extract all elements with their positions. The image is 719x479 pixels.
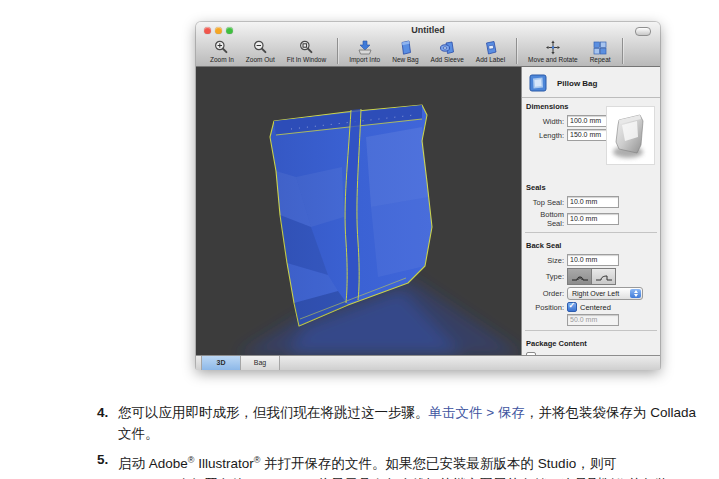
3d-viewport[interactable]: [196, 67, 521, 355]
text-segment: Illustrator: [194, 456, 253, 471]
pillow-bag-icon: [529, 74, 547, 92]
toolbar-toggle-pill[interactable]: [635, 27, 651, 36]
add-sleeve-icon: [439, 40, 455, 55]
window-title: Untitled: [196, 22, 660, 38]
position-offset-row: 50.0 mm: [522, 314, 660, 326]
width-label: Width:: [522, 117, 564, 126]
centered-checkbox-label: Centered: [580, 303, 611, 312]
tab-3d[interactable]: 3D: [201, 356, 241, 370]
app-window: Untitled Zoom In Zoom Out Fit In: [196, 22, 660, 369]
add-label-button[interactable]: Add Label: [476, 40, 505, 63]
package-content-heading: Package Content: [522, 335, 660, 350]
back-seal-size-row: Size: 10.0 mm: [522, 254, 660, 266]
panel-title: Pillow Bag: [557, 79, 597, 88]
zoom-in-button[interactable]: Zoom In: [210, 40, 234, 63]
list-item-5: 5. 启动 Adobe® Illustrator® 并打开保存的文件。如果您已安…: [97, 449, 696, 479]
back-seal-position-row: Position: Centered: [522, 302, 660, 312]
toolbar-item-label: Add Sleeve: [431, 56, 464, 63]
move-and-rotate-icon: [545, 40, 561, 55]
order-dropdown-value: Right Over Left: [572, 290, 619, 297]
toolbar-separator: [337, 38, 338, 64]
back-seal-size-input[interactable]: 10.0 mm: [567, 254, 619, 266]
fit-in-window-icon: [299, 40, 314, 55]
order-label: Order:: [522, 289, 564, 298]
bag-preview-thumbnail: [606, 106, 655, 165]
length-label: Length:: [522, 131, 564, 140]
view-tab-bar: 3D Bag: [196, 355, 660, 370]
size-label: Size:: [522, 256, 564, 265]
top-seal-input[interactable]: 10.0 mm: [567, 196, 619, 208]
zoom-out-icon: [253, 40, 268, 55]
back-seal-order-row: Order: Right Over Left: [522, 287, 660, 300]
centered-checkbox[interactable]: [567, 302, 577, 312]
parameters-panel: Pillow Bag Dimensions Width: 100.0 mm Le…: [521, 67, 660, 355]
toolbar-item-label: Repeat: [590, 56, 611, 63]
text-line: 启动 Adobe® Illustrator® 并打开保存的文件。如果您已安装最新…: [118, 456, 617, 471]
window-chrome: Untitled Zoom In Zoom Out Fit In: [196, 22, 660, 67]
import-into-icon: [357, 40, 373, 55]
close-button[interactable]: [204, 27, 211, 34]
add-sleeve-button[interactable]: Add Sleeve: [431, 40, 464, 63]
list-number: 4.: [97, 402, 118, 444]
list-item-text: 您可以应用即时成形，但我们现在将跳过这一步骤。单击文件 > 保存，并将包装袋保存…: [118, 402, 696, 444]
toolbar-item-label: Import Into: [349, 56, 380, 63]
bottom-seal-input[interactable]: 10.0 mm: [567, 213, 619, 225]
toolbar-separator: [622, 38, 623, 64]
fin-seal-icon: [571, 272, 589, 282]
instruction-list: 4. 您可以应用即时成形，但我们现在将跳过这一步骤。单击文件 > 保存，并将包装…: [97, 402, 696, 479]
toolbar: Zoom In Zoom Out Fit In Window Impor: [196, 37, 660, 65]
toolbar-separator: [516, 38, 517, 64]
divider: [525, 330, 657, 331]
zoom-out-button[interactable]: Zoom Out: [246, 40, 275, 63]
list-number: 5.: [97, 449, 118, 479]
traffic-lights: [204, 27, 233, 34]
toolbar-item-label: Fit In Window: [287, 56, 326, 63]
zoom-button[interactable]: [226, 27, 233, 34]
text-segment: 启动 Adobe: [118, 456, 188, 471]
window-content: Pillow Bag Dimensions Width: 100.0 mm Le…: [196, 67, 660, 355]
add-object-label: Add object: [539, 353, 578, 356]
seal-type-fin-button[interactable]: [567, 268, 592, 285]
type-label: Type:: [522, 272, 564, 281]
tab-bag[interactable]: Bag: [241, 356, 280, 370]
back-seal-heading: Back Seal: [522, 237, 660, 252]
add-object-checkbox[interactable]: [526, 352, 536, 355]
pillow-bag-3d-render: [196, 67, 521, 355]
repeat-icon: [593, 40, 607, 55]
bottom-seal-row: Bottom Seal: 10.0 mm: [522, 210, 660, 228]
toolbar-item-label: Move and Rotate: [528, 56, 578, 63]
list-item-4: 4. 您可以应用即时成形，但我们现在将跳过这一步骤。单击文件 > 保存，并将包装…: [97, 402, 696, 444]
toolbar-item-label: Add Label: [476, 56, 505, 63]
fit-in-window-button[interactable]: Fit In Window: [287, 40, 326, 63]
dropdown-stepper-icon: [630, 289, 641, 298]
text-line: 文件。: [118, 423, 696, 444]
new-bag-button[interactable]: New Bag: [392, 40, 418, 63]
list-item-text: 启动 Adobe® Illustrator® 并打开保存的文件。如果您已安装最新…: [118, 449, 669, 479]
content-size-label: Size:: [600, 353, 617, 356]
text-segment: 您可以应用即时成形，但我们现在将跳过这一步骤。: [118, 405, 429, 420]
bottom-seal-label: Bottom Seal:: [522, 210, 564, 228]
title-bar[interactable]: Untitled: [196, 22, 660, 37]
text-line: 您可以应用即时成形，但我们现在将跳过这一步骤。单击文件 > 保存，并将包装袋保存…: [118, 405, 696, 420]
order-dropdown[interactable]: Right Over Left: [567, 287, 643, 300]
toolbar-item-label: Zoom Out: [246, 56, 275, 63]
lap-seal-icon: [595, 272, 613, 282]
new-bag-icon: [398, 40, 413, 55]
back-seal-type-row: Type:: [522, 268, 660, 285]
seal-type-segmented-control: [567, 268, 616, 285]
text-line: Illustrator 中打开文件。Illustrator 将显示具有包含线框的…: [118, 474, 669, 479]
top-seal-row: Top Seal: 10.0 mm: [522, 196, 660, 208]
import-into-button[interactable]: Import Into: [349, 40, 380, 63]
text-segment: 并打开保存的文件。如果您已安装最新版本的 Studio，则可: [260, 456, 616, 471]
position-label: Position:: [522, 303, 564, 312]
seals-heading: Seals: [522, 179, 660, 194]
toolbar-item-label: Zoom In: [210, 56, 234, 63]
move-and-rotate-button[interactable]: Move and Rotate: [528, 40, 578, 63]
repeat-button[interactable]: Repeat: [590, 40, 611, 63]
text-segment: ，并将包装袋保存为 Collada: [525, 405, 696, 420]
seal-type-lap-button[interactable]: [592, 268, 616, 285]
top-seal-label: Top Seal:: [522, 198, 564, 207]
add-label-icon: [483, 40, 498, 55]
zoom-in-icon: [214, 40, 229, 55]
minimize-button[interactable]: [215, 27, 222, 34]
